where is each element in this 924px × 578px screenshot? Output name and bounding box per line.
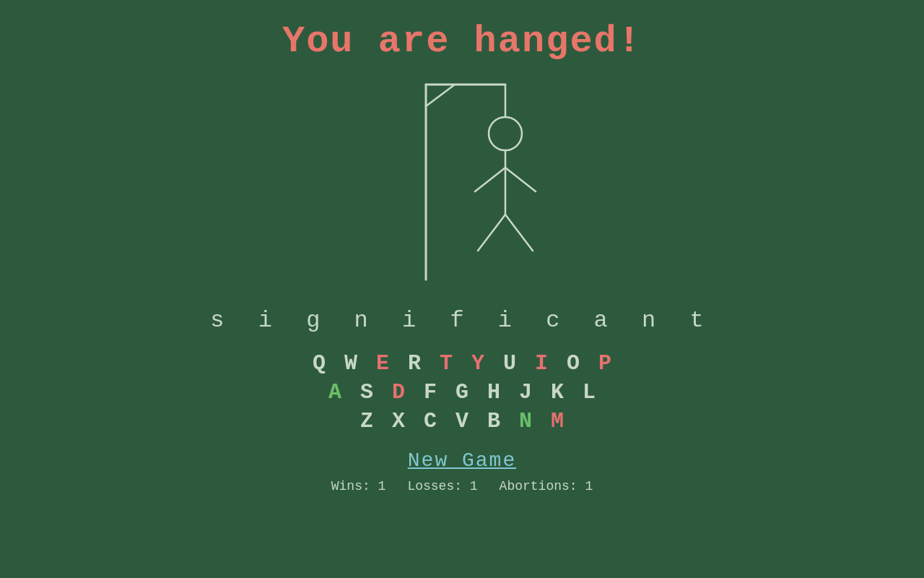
key-i[interactable]: I — [528, 351, 554, 376]
key-g[interactable]: G — [449, 380, 475, 405]
key-b[interactable]: B — [481, 409, 507, 434]
key-e[interactable]: E — [370, 351, 396, 376]
new-game-button[interactable]: New Game — [408, 449, 516, 472]
key-q[interactable]: Q — [306, 351, 332, 376]
key-f[interactable]: F — [417, 380, 443, 405]
svg-line-8 — [478, 215, 505, 251]
svg-line-6 — [475, 168, 505, 191]
key-p[interactable]: P — [592, 351, 618, 376]
keyboard-row-2: ASDFGHJKL — [322, 380, 602, 405]
key-v[interactable]: V — [449, 409, 475, 434]
key-n[interactable]: N — [513, 409, 539, 434]
svg-point-4 — [489, 117, 522, 150]
word-display: s i g n i f i c a n t — [210, 307, 713, 334]
game-over-title: You are hanged! — [282, 20, 642, 63]
wins-stat: Wins: 1 — [331, 479, 386, 493]
svg-line-7 — [505, 168, 536, 191]
key-r[interactable]: R — [401, 351, 427, 376]
key-m[interactable]: M — [544, 409, 570, 434]
key-w[interactable]: W — [338, 351, 364, 376]
key-s[interactable]: S — [354, 380, 380, 405]
abortions-stat: Abortions: 1 — [500, 479, 593, 493]
key-t[interactable]: T — [433, 351, 459, 376]
key-k[interactable]: K — [544, 380, 570, 405]
key-j[interactable]: J — [513, 380, 539, 405]
losses-stat: Losses: 1 — [407, 479, 477, 493]
svg-line-3 — [426, 85, 455, 106]
key-l[interactable]: L — [576, 380, 602, 405]
key-y[interactable]: Y — [465, 351, 491, 376]
key-u[interactable]: U — [497, 351, 523, 376]
keyboard-row-3: ZXCVBNM — [354, 409, 570, 434]
key-h[interactable]: H — [481, 380, 507, 405]
keyboard: QWERTYUIOP ASDFGHJKL ZXCVBNM — [306, 351, 618, 434]
svg-line-9 — [505, 215, 533, 251]
key-a[interactable]: A — [322, 380, 348, 405]
keyboard-row-1: QWERTYUIOP — [306, 351, 618, 376]
stats-row: Wins: 1 Losses: 1 Abortions: 1 — [331, 479, 593, 493]
key-o[interactable]: O — [560, 351, 586, 376]
key-d[interactable]: D — [385, 380, 411, 405]
key-c[interactable]: C — [417, 409, 443, 434]
key-x[interactable]: X — [385, 409, 411, 434]
gallows-drawing — [368, 70, 556, 294]
key-z[interactable]: Z — [354, 409, 380, 434]
